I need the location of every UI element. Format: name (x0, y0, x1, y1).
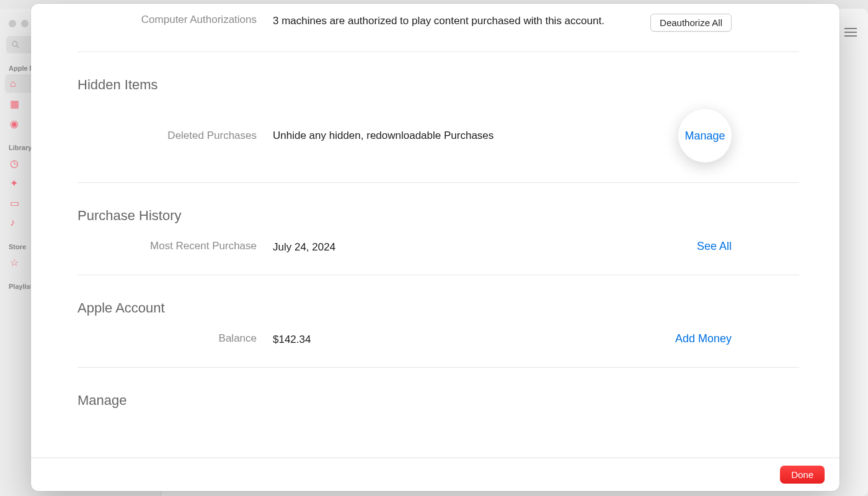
value-computer-authorizations: 3 machines are authorized to play conten… (273, 14, 620, 29)
radio-icon: ◉ (10, 118, 21, 129)
highlight-circle: Manage (678, 109, 732, 162)
value-balance: $142.34 (273, 332, 620, 347)
done-button[interactable]: Done (780, 466, 825, 484)
clock-icon: ◷ (10, 157, 21, 169)
search-icon (11, 40, 20, 49)
svg-point-0 (12, 42, 17, 46)
label-deleted-purchases: Deleted Purchases (78, 130, 273, 142)
row-balance: Balance $142.34 Add Money (78, 329, 799, 351)
account-settings-modal: Computer Authorizations 3 machines are a… (31, 4, 839, 491)
label-recent-purchase: Most Recent Purchase (78, 240, 273, 252)
section-title-apple-account: Apple Account (78, 300, 799, 316)
value-recent-purchase: July 24, 2024 (273, 240, 620, 255)
deauthorize-all-button[interactable]: Deauthorize All (650, 14, 732, 32)
modal-footer: Done (31, 458, 839, 491)
row-recent-purchase: Most Recent Purchase July 24, 2024 See A… (78, 236, 799, 259)
album-icon: ▭ (10, 197, 21, 208)
row-computer-authorizations: Computer Authorizations 3 machines are a… (78, 4, 799, 35)
manage-hidden-link[interactable]: Manage (684, 130, 725, 143)
value-deleted-purchases: Unhide any hidden, redownloadable Purcha… (273, 128, 620, 143)
grid-icon: ▦ (10, 98, 21, 109)
label-computer-authorizations: Computer Authorizations (78, 14, 273, 26)
add-money-link[interactable]: Add Money (675, 332, 732, 345)
section-title-manage: Manage (78, 392, 799, 409)
section-divider (78, 275, 799, 275)
traffic-dot (21, 20, 29, 27)
section-title-hidden-items: Hidden Items (78, 77, 799, 93)
row-deleted-purchases: Deleted Purchases Unhide any hidden, red… (78, 105, 799, 166)
section-divider (78, 51, 799, 52)
traffic-dot (9, 20, 16, 27)
home-icon: ⌂ (10, 78, 21, 89)
song-icon: ♪ (10, 217, 21, 228)
svg-line-1 (17, 46, 19, 48)
list-menu-icon (844, 27, 857, 40)
see-all-link[interactable]: See All (697, 240, 732, 253)
section-title-purchase-history: Purchase History (78, 208, 799, 224)
section-divider (78, 367, 799, 368)
star-icon: ☆ (10, 257, 21, 268)
modal-body: Computer Authorizations 3 machines are a… (31, 4, 839, 458)
mic-icon: ✦ (10, 177, 21, 188)
label-balance: Balance (78, 332, 273, 345)
section-divider (78, 182, 799, 183)
